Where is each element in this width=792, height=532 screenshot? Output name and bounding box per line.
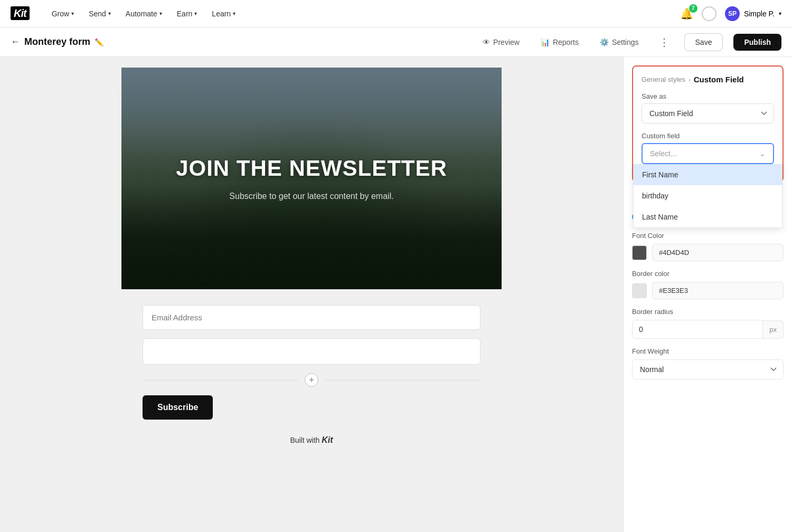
nav-learn[interactable]: Learn ▾	[205, 6, 242, 21]
built-with: Built with Kit	[143, 435, 480, 445]
notification-bell[interactable]: 🔔 7	[680, 7, 693, 20]
nav-automate[interactable]: Automate ▾	[119, 6, 168, 21]
form-section: + Subscribe Built with Kit	[121, 289, 502, 466]
save-as-select[interactable]: Custom Field	[642, 103, 774, 124]
form-canvas: JOIN THE NEWSLETTER Subscribe to get our…	[121, 68, 502, 511]
font-weight-label: Font Weight	[632, 347, 784, 355]
user-chevron-icon: ▾	[779, 11, 781, 16]
panel-box: General styles › Custom Field Save as Cu…	[632, 65, 784, 182]
border-color-row: #E3E3E3	[632, 282, 784, 299]
secondary-nav-right: 👁 Preview 📊 Reports ⚙️ Settings ⋮ Save P…	[477, 33, 781, 51]
email-input[interactable]	[143, 305, 480, 330]
border-radius-input[interactable]	[632, 320, 763, 339]
notification-badge: 7	[689, 4, 697, 13]
dropdown-item-birthday[interactable]: birthday	[634, 185, 782, 206]
breadcrumb-parent[interactable]: General styles	[642, 75, 685, 83]
nav-grow[interactable]: Grow ▾	[45, 6, 80, 21]
right-panel: General styles › Custom Field Save as Cu…	[623, 57, 792, 532]
built-with-text: Built with	[290, 436, 319, 444]
custom-field-empty[interactable]	[143, 338, 480, 365]
font-color-row: #4D4D4D	[632, 244, 784, 261]
border-color-swatch[interactable]	[632, 283, 647, 298]
font-color-swatch[interactable]	[632, 245, 647, 260]
main-layout: JOIN THE NEWSLETTER Subscribe to get our…	[0, 57, 792, 532]
hero-text-container: JOIN THE NEWSLETTER Subscribe to get our…	[140, 156, 483, 201]
user-avatar: SP	[725, 6, 740, 21]
back-arrow-icon: ←	[11, 36, 20, 48]
nav-items: Grow ▾ Send ▾ Automate ▾ Earn ▾ Learn ▾	[45, 6, 242, 21]
edit-title-icon[interactable]: ✏️	[95, 38, 103, 46]
dropdown-item-firstname[interactable]: First Name	[634, 164, 782, 185]
panel-breadcrumb: General styles › Custom Field	[642, 75, 774, 84]
logo-text: Kit	[11, 6, 30, 20]
custom-field-chevron-icon: ⌄	[759, 149, 766, 158]
secondary-navigation: ← Monterey form ✏️ 👁 Preview 📊 Reports ⚙…	[0, 27, 792, 57]
border-radius-label: Border radius	[632, 308, 784, 316]
custom-field-container: Select... ⌄ First Name birthday Last Nam…	[642, 143, 774, 164]
border-radius-row: px	[632, 320, 784, 339]
top-navigation: Kit Grow ▾ Send ▾ Automate ▾ Earn ▾ Lear…	[0, 0, 792, 27]
reports-icon: 📊	[541, 38, 550, 46]
back-button[interactable]: ← Monterey form	[11, 36, 90, 48]
custom-field-label: Custom field	[642, 132, 774, 140]
font-color-value[interactable]: #4D4D4D	[652, 244, 784, 261]
custom-field-section: Custom field Select... ⌄ First Name birt…	[642, 132, 774, 164]
font-color-label: Font Color	[632, 232, 784, 240]
hero-subtitle: Subscribe to get our latest content by e…	[140, 192, 483, 201]
nav-send[interactable]: Send ▾	[82, 6, 117, 21]
custom-field-container	[143, 338, 480, 365]
preview-button[interactable]: 👁 Preview	[477, 35, 525, 50]
earn-chevron-icon: ▾	[194, 11, 197, 16]
breadcrumb-current: Custom Field	[694, 75, 744, 84]
add-field-line-right	[325, 380, 480, 381]
add-field-line-left	[143, 380, 298, 381]
user-menu[interactable]: SP Simple P. ▾	[725, 6, 781, 21]
nav-earn[interactable]: Earn ▾	[171, 6, 204, 21]
style-section: Font Color #4D4D4D Border color #E3E3E3 …	[624, 232, 792, 388]
user-name: Simple P.	[744, 10, 775, 18]
dropdown-item-lastname[interactable]: Last Name	[634, 206, 782, 227]
grow-chevron-icon: ▾	[71, 11, 74, 16]
save-as-section: Save as Custom Field	[642, 92, 774, 124]
settings-icon: ⚙️	[600, 38, 609, 46]
custom-field-placeholder: Select...	[650, 149, 677, 158]
canvas-area: JOIN THE NEWSLETTER Subscribe to get our…	[0, 57, 623, 532]
preview-icon: 👁	[483, 38, 490, 46]
border-color-value[interactable]: #E3E3E3	[652, 282, 784, 299]
nav-circle-icon[interactable]	[702, 6, 716, 21]
save-as-label: Save as	[642, 92, 774, 100]
hero-section: JOIN THE NEWSLETTER Subscribe to get our…	[121, 68, 502, 289]
reports-button[interactable]: 📊 Reports	[535, 35, 584, 50]
publish-button[interactable]: Publish	[733, 34, 781, 51]
border-color-label: Border color	[632, 270, 784, 278]
add-field-button[interactable]: +	[305, 373, 318, 387]
save-button[interactable]: Save	[684, 33, 723, 51]
email-field-container	[143, 305, 480, 330]
custom-field-select[interactable]: Select... ⌄	[642, 143, 774, 164]
built-with-brand: Kit	[322, 435, 333, 444]
border-radius-unit: px	[763, 320, 784, 339]
breadcrumb-chevron-icon: ›	[689, 77, 691, 83]
more-options-icon[interactable]: ⋮	[655, 34, 674, 51]
add-field-row: +	[143, 373, 480, 387]
settings-button[interactable]: ⚙️ Settings	[595, 35, 644, 50]
nav-right: 🔔 7 SP Simple P. ▾	[680, 6, 781, 21]
hero-title: JOIN THE NEWSLETTER	[140, 156, 483, 181]
custom-field-dropdown: First Name birthday Last Name	[633, 164, 782, 228]
font-weight-select[interactable]: Normal Bold Light Medium Semi-Bold	[632, 359, 784, 379]
send-chevron-icon: ▾	[108, 11, 111, 16]
subscribe-button[interactable]: Subscribe	[143, 395, 213, 420]
learn-chevron-icon: ▾	[233, 11, 235, 16]
automate-chevron-icon: ▾	[159, 11, 162, 16]
form-title: Monterey form	[24, 36, 90, 48]
logo: Kit	[11, 7, 30, 20]
